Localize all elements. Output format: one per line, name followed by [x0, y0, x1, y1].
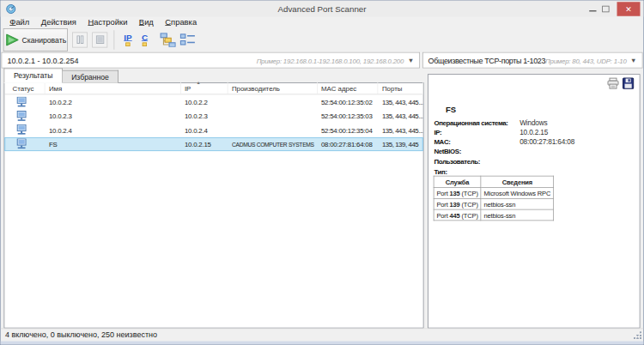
- app-window: Advanced Port Scanner ✕ Файл Действия На…: [0, 0, 644, 345]
- ports-value: Общеизвестные TCP-порты 1-1023: [428, 56, 545, 65]
- ip-range-hint: Пример: 192.168.0.1-192.168.0.100, 192.1…: [257, 57, 404, 64]
- table-header: Статус Имя IP▲ Производитель MAC адрес П…: [4, 82, 423, 94]
- toolbar-separator: [113, 30, 114, 50]
- tab-strip: Результаты Избранное: [4, 69, 118, 83]
- field-label: Пользователь:: [434, 157, 519, 166]
- field-label: Тип:: [434, 166, 519, 176]
- scan-button[interactable]: Сканировать: [3, 28, 68, 51]
- ip-scan-button[interactable]: IP: [120, 28, 136, 51]
- service-row: Port 445 (TCP) netbios-ssn: [434, 209, 554, 221]
- table-row-selected[interactable]: FS 10.0.2.15 CADMUS COMPUTER SYSTEMS 08:…: [4, 137, 423, 151]
- table-row[interactable]: 10.0.2.2 10.0.2.2 52:54:00:12:35:02 135,…: [4, 94, 423, 108]
- menu-file[interactable]: Файл: [4, 17, 36, 27]
- details-panel: FS Операционная система:Windows IP:10.0.…: [428, 74, 640, 328]
- ip-range-input[interactable]: 10.0.2.1 - 10.0.2.254 Пример: 192.168.0.…: [2, 52, 420, 69]
- computer-status-icon: [4, 124, 45, 136]
- detail-hostname: FS: [446, 106, 456, 115]
- table-row[interactable]: 10.0.2.3 10.0.2.3 52:54:00:12:35:03 135,…: [4, 109, 423, 123]
- field-label: IP:: [434, 128, 519, 137]
- field-label: NetBIOS:: [434, 147, 519, 156]
- c-class-icon: C: [142, 33, 148, 42]
- services-col-info: Сведения: [481, 176, 553, 188]
- column-header-manufacturer[interactable]: Производитель: [228, 82, 317, 94]
- column-header-ip[interactable]: IP▲: [181, 82, 228, 94]
- ports-hint: Пример: 80, 443, UDP: 1-10: [545, 57, 627, 64]
- column-header-status[interactable]: Статус: [4, 82, 45, 94]
- close-button[interactable]: ✕: [617, 2, 641, 16]
- field-value: 08:00:27:81:64:08: [519, 137, 574, 147]
- minimize-button[interactable]: [586, 6, 599, 12]
- c-class-button[interactable]: C: [138, 28, 151, 51]
- ports-input[interactable]: Общеизвестные TCP-порты 1-1023 Пример: 8…: [422, 52, 642, 69]
- main-area: Результаты Избранное Статус Имя IP▲ Прои…: [1, 69, 644, 329]
- table-row[interactable]: 10.0.2.4 10.0.2.4 52:54:00:12:35:04 135,…: [4, 123, 423, 136]
- ip-range-value: 10.0.2.1 - 10.0.2.254: [7, 56, 78, 65]
- results-panel: Статус Имя IP▲ Производитель MAC адрес П…: [4, 82, 424, 329]
- window-title: Advanced Port Scanner: [1, 4, 644, 14]
- column-header-mac[interactable]: MAC адрес: [317, 82, 378, 94]
- app-icon: [6, 3, 16, 14]
- maximize-button[interactable]: [599, 5, 612, 12]
- toolbar: Сканировать IP C: [1, 27, 644, 52]
- column-header-name[interactable]: Имя: [45, 82, 180, 94]
- field-label: Операционная система:: [434, 118, 519, 127]
- computer-status-icon: [4, 111, 45, 122]
- pause-icon: [76, 35, 84, 44]
- field-value: Windows: [519, 118, 547, 127]
- chevron-down-icon[interactable]: ▼: [408, 57, 414, 64]
- play-icon: [5, 33, 20, 46]
- status-bar: 4 включено, 0 выключено, 250 неизвестно: [1, 328, 644, 341]
- window-frame-bottom: [1, 341, 644, 344]
- menu-help[interactable]: Справка: [160, 17, 203, 27]
- field-label: MAC:: [434, 137, 519, 147]
- field-value: 10.0.2.15: [519, 128, 548, 137]
- services-col-service: Служба: [434, 176, 481, 188]
- service-row: Port 139 (TCP) netbios-ssn: [434, 199, 554, 210]
- menu-settings[interactable]: Настройки: [82, 17, 133, 27]
- pause-button[interactable]: [72, 32, 88, 47]
- stop-icon: [95, 35, 104, 44]
- tab-favorites[interactable]: Избранное: [63, 70, 118, 83]
- sort-asc-icon: ▲: [197, 80, 201, 84]
- service-row: Port 135 (TCP) Microsoft Windows RPC: [434, 188, 554, 199]
- computer-status-icon: [4, 139, 45, 150]
- status-text: 4 включено, 0 выключено, 250 неизвестно: [5, 330, 157, 340]
- ip-scan-icon: IP: [124, 33, 131, 42]
- detail-fields: Операционная система:Windows IP:10.0.2.1…: [434, 118, 636, 176]
- menu-actions[interactable]: Действия: [35, 17, 82, 27]
- chevron-down-icon[interactable]: ▼: [630, 57, 636, 64]
- stop-button[interactable]: [92, 32, 107, 47]
- column-header-ports[interactable]: Порты: [379, 82, 423, 94]
- computer-status-icon: [4, 96, 45, 107]
- save-button[interactable]: [622, 77, 634, 92]
- menu-bar: Файл Действия Настройки Вид Справка: [1, 17, 644, 27]
- input-row: 10.0.2.1 - 10.0.2.254 Пример: 192.168.0.…: [1, 52, 644, 69]
- title-bar: Advanced Port Scanner ✕: [1, 1, 644, 17]
- menu-view[interactable]: Вид: [133, 17, 159, 27]
- resize-grip[interactable]: [634, 331, 641, 339]
- services-table: Служба Сведения Port 135 (TCP) Microsoft…: [434, 176, 554, 221]
- tree-view-icon: [160, 33, 176, 47]
- list-view-button[interactable]: [179, 28, 197, 51]
- tree-view-button[interactable]: [158, 28, 177, 51]
- tab-results[interactable]: Результаты: [4, 69, 63, 83]
- print-button[interactable]: [606, 77, 619, 92]
- list-view-icon: [179, 33, 196, 47]
